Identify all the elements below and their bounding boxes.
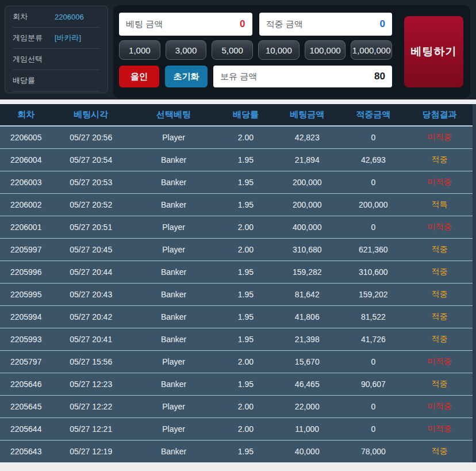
table-row: 2205645 05/27 12:22 Player 2.00 22,000 0… [0,395,473,418]
column-header-label: 당첨결과 [422,109,456,119]
table-row: 2205646 05/27 12:23 Banker 1.95 46,465 9… [0,373,473,395]
cell-win-amount: 200,000 [340,193,406,216]
table-header: 회차베팅시각선택베팅배당률베팅금액적중금액당첨결과 [0,104,473,126]
cell-result: 적중 [406,148,473,171]
cell-result: 적중 [406,261,473,283]
cell-round: 2206005 [0,126,52,148]
chip-button[interactable]: 1,000,000 [351,40,392,60]
cell-selected-bet: Banker [130,440,217,462]
cell-result: 미적중 [406,126,473,148]
cell-selected-bet: Banker [130,373,217,395]
table-row: 2205993 05/27 20:41 Banker 1.95 21,398 4… [0,328,473,350]
cell-win-amount: 310,600 [340,261,406,283]
cell-round: 2205995 [0,283,52,305]
cell-bet-amount: 159,282 [274,261,340,283]
cell-selected-bet: Banker [130,148,217,171]
cell-odds: 1.95 [217,261,274,283]
table-body: 2206005 05/27 20:56 Player 2.00 42,823 0… [0,126,473,462]
cell-selected-bet: Banker [130,305,217,328]
cell-bet-amount: 310,680 [274,238,340,261]
cell-result: 적중 [406,328,473,350]
table-row: 2205995 05/27 20:43 Banker 1.95 81,642 1… [0,283,473,305]
chip-button[interactable]: 5,000 [212,40,253,60]
win-amount-label: 적중 금액 [266,19,303,30]
place-bet-button[interactable]: 베팅하기 [404,16,463,87]
cell-bet-amount: 400,000 [274,216,340,238]
reset-button[interactable]: 초기화 [165,66,208,87]
cell-bet-time: 05/27 20:42 [52,305,130,328]
table-row: 2206005 05/27 20:56 Player 2.00 42,823 0… [0,126,473,148]
cell-round: 2205797 [0,350,52,373]
table-row: 2206001 05/27 20:51 Player 2.00 400,000 … [0,216,473,238]
cell-result: 적중 [406,283,473,305]
cell-odds: 1.95 [217,373,274,395]
cell-result: 미적중 [406,395,473,418]
betting-control-section: 회차 2206006 게임분류 [바카라] 게임선택 배당률 베팅 금액 0 적… [0,0,476,99]
column-header-label: 적중금액 [356,109,390,119]
cell-result: 미적중 [406,216,473,238]
chip-button-label: 5,000 [221,45,243,55]
cell-result: 미적중 [406,418,473,440]
cell-odds: 2.00 [217,418,274,440]
chip-button-label: 3,000 [175,45,197,55]
cell-round: 2205997 [0,238,52,261]
chip-button-label: 1,000 [129,45,151,55]
column-header: 당첨결과 [406,104,473,126]
chip-button[interactable]: 1,000 [119,40,160,60]
cell-win-amount: 621,360 [340,238,406,261]
odds-label: 배당률 [13,75,55,86]
chip-button[interactable]: 3,000 [166,40,207,60]
chip-button[interactable]: 10,000 [258,40,300,60]
cell-selected-bet: Banker [130,171,217,193]
cell-bet-time: 05/27 20:43 [52,283,130,305]
bet-panel: 베팅 금액 0 적중 금액 0 1,0003,0005,00010,000100… [113,5,470,98]
column-header-label: 회차 [17,109,34,119]
cell-bet-time: 05/27 12:19 [52,440,130,462]
cell-round: 2205645 [0,395,52,418]
cell-round: 2205646 [0,373,52,395]
balance-value: 80 [374,71,385,82]
cell-bet-amount: 200,000 [274,171,340,193]
table-header-row: 회차베팅시각선택베팅배당률베팅금액적중금액당첨결과 [0,104,473,126]
table-row: 2205996 05/27 20:44 Banker 1.95 159,282 … [0,261,473,283]
cell-bet-time: 05/27 20:44 [52,261,130,283]
cell-win-amount: 41,726 [340,328,406,350]
table-row: 2205997 05/27 20:45 Player 2.00 310,680 … [0,238,473,261]
cell-win-amount: 159,202 [340,283,406,305]
cell-bet-time: 05/27 12:23 [52,373,130,395]
cell-bet-amount: 42,823 [274,126,340,148]
bet-controls: 베팅 금액 0 적중 금액 0 1,0003,0005,00010,000100… [119,13,392,87]
column-header-label: 선택베팅 [156,109,191,119]
chip-button-label: 100,000 [309,45,340,55]
bet-amount-label: 베팅 금액 [126,19,163,30]
chip-button[interactable]: 100,000 [305,40,346,60]
cell-round: 2205643 [0,440,52,462]
cell-bet-time: 05/27 12:22 [52,395,130,418]
bet-history-table: 회차베팅시각선택베팅배당률베팅금액적중금액당첨결과 2206005 05/27 … [0,104,473,462]
cell-selected-bet: Player [130,126,217,148]
column-header-label: 베팅금액 [290,109,324,119]
cell-bet-time: 05/27 20:41 [52,328,130,350]
cell-win-amount: 0 [340,395,406,418]
win-amount-input[interactable]: 적중 금액 0 [259,13,393,36]
cell-odds: 2.00 [217,126,274,148]
cell-bet-amount: 21,398 [274,328,340,350]
action-row: 올인 초기화 보유 금액 80 [119,66,392,87]
bet-amount-input[interactable]: 베팅 금액 0 [119,13,252,36]
cell-bet-amount: 11,000 [274,418,340,440]
column-header: 적중금액 [340,104,406,126]
all-in-button[interactable]: 올인 [119,66,159,87]
cell-bet-time: 05/27 20:56 [52,126,130,148]
cell-bet-amount: 200,000 [274,193,340,216]
amount-inputs-row: 베팅 금액 0 적중 금액 0 [119,13,392,36]
bet-history-section: 회차베팅시각선택베팅배당률베팅금액적중금액당첨결과 2206005 05/27 … [0,104,476,462]
cell-round: 2205644 [0,418,52,440]
cell-selected-bet: Player [130,238,217,261]
cell-selected-bet: Banker [130,193,217,216]
cell-win-amount: 0 [340,350,406,373]
cell-odds: 2.00 [217,350,274,373]
info-row-round: 회차 2206006 [13,6,100,28]
balance-display: 보유 금액 80 [213,66,392,87]
cell-selected-bet: Player [130,350,217,373]
info-row-odds: 배당률 [13,70,100,91]
